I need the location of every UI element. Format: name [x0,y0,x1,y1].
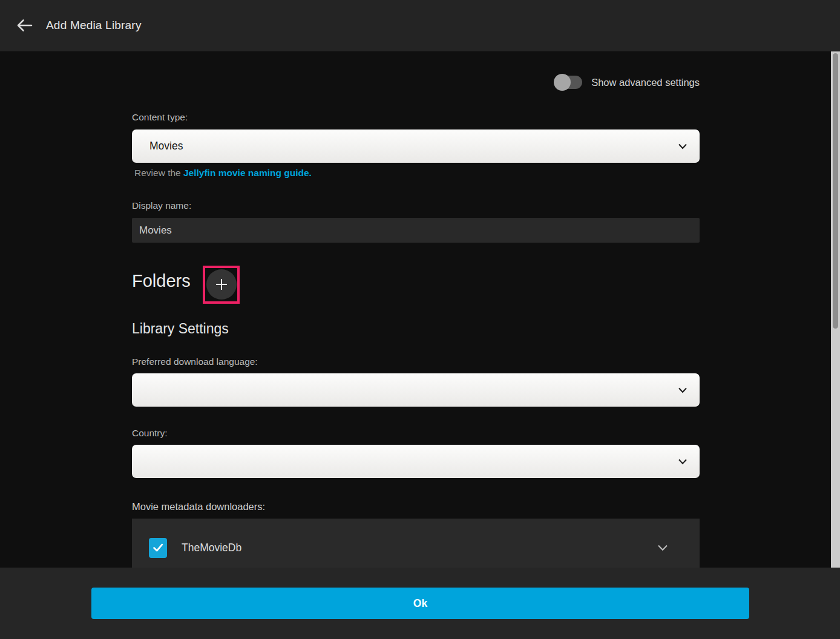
ok-button[interactable]: Ok [91,588,749,619]
toggle-knob [554,74,571,91]
advanced-settings-row: Show advanced settings [132,76,700,89]
display-name-label: Display name: [132,200,191,211]
dialog-content: Show advanced settings Content type: Mov… [0,51,832,568]
show-advanced-settings-toggle[interactable] [554,76,582,89]
header-bar: Add Media Library [0,0,840,51]
country-select[interactable] [132,445,700,478]
naming-guide-helper: Review the Jellyfin movie naming guide. [134,168,312,179]
check-icon [151,541,165,554]
folders-heading: Folders [132,271,191,291]
content-type-value: Movies [149,140,183,152]
scrollbar-thumb[interactable] [833,53,838,329]
content-type-select[interactable]: Movies [132,129,700,163]
scrollbar-track[interactable] [831,51,840,568]
metadata-downloader-row[interactable]: TheMovieDb [132,531,700,565]
themoviedb-checkbox[interactable] [149,538,167,558]
add-folder-button[interactable] [206,269,237,300]
helper-suffix: . [309,168,312,178]
naming-guide-link[interactable]: Jellyfin movie naming guide [183,168,309,178]
show-advanced-settings-label: Show advanced settings [591,77,700,88]
country-label: Country: [132,428,168,439]
library-settings-heading: Library Settings [132,321,229,337]
add-media-library-dialog: Add Media Library Show advanced settings… [0,0,840,639]
page-title: Add Media Library [46,19,142,32]
metadata-downloaders-label: Movie metadata downloaders: [132,501,265,513]
display-name-input[interactable] [132,218,700,243]
folders-section: Folders [132,271,700,313]
arrow-left-icon [16,19,33,32]
chevron-down-icon[interactable] [657,545,668,551]
back-button[interactable] [10,11,39,40]
preferred-language-select[interactable] [132,373,700,407]
helper-prefix: Review the [134,168,183,178]
preferred-language-label: Preferred download language: [132,356,258,367]
content-type-label: Content type: [132,112,188,123]
plus-icon [214,277,229,292]
chevron-down-icon [678,459,687,465]
metadata-downloader-name: TheMovieDb [182,542,241,554]
chevron-down-icon [678,143,687,149]
footer-bar: Ok [0,568,840,639]
chevron-down-icon [678,387,687,393]
